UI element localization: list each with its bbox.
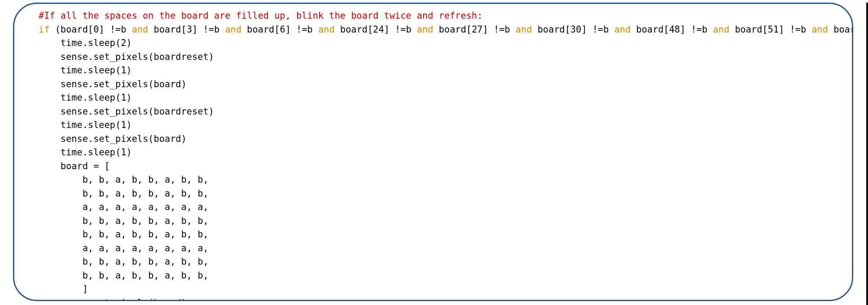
kw-and: and [812,24,828,35]
code-comment: #If all the spaces on the board are fill… [39,10,483,21]
code-line: b, b, a, b, b, a, b, b, [39,256,209,267]
kw-and: and [417,24,434,35]
code-text: board[ [532,24,571,35]
code-text: ] !=b [99,24,132,35]
code-text: ] !=b [384,24,417,35]
code-line: b, b, a, b, b, a, b, b, [39,229,209,239]
code-index: 6 [280,24,285,35]
code-text: ] !=b [680,24,713,35]
code-index: 48 [669,24,680,35]
kw-and: and [516,24,532,35]
code-text: board[ [148,24,187,35]
code-line: time.sleep(1) [39,147,132,157]
code-index: 51 [768,24,779,35]
code-text: ] !=b [779,24,812,35]
code-line: time.sleep(2) [39,38,132,48]
kw-and: and [614,24,631,35]
code-text: board[ [828,24,853,35]
code-index: 24 [373,24,384,35]
code-text: board[ [729,24,768,35]
code-index: 3 [186,24,192,35]
page-container: #If all the spaces on the board are fill… [0,3,868,305]
kw-and: and [225,24,241,35]
code-index: 27 [472,24,483,35]
code-frame: #If all the spaces on the board are fill… [13,3,853,301]
code-line: time.sleep(1) [39,65,132,75]
code-text: ] !=b [192,24,225,35]
code-line: sense.set_pixels(board) [39,79,186,89]
code-index: 0 [93,24,99,35]
kw-and: and [318,24,335,35]
code-block: #If all the spaces on the board are fill… [39,9,828,301]
kw-and: and [713,24,729,35]
code-line: sense.set_pixels(board) [39,134,186,144]
code-line: ] [39,284,88,294]
code-line: sense.set_pixels(boardreset) [39,52,214,62]
code-text: board[ [241,24,280,35]
code-line: sense.set_pixels(board) [39,298,186,302]
code-line: time.sleep(1) [39,120,132,130]
code-text: board[ [335,24,373,35]
kw-and: and [132,24,148,35]
code-text: board[ [631,24,669,35]
code-text: board[ [433,24,472,35]
code-line: b, b, a, b, b, a, b, b, [39,174,209,185]
code-line: b, b, a, b, b, a, b, b, [39,188,209,199]
code-index: 30 [571,24,581,35]
code-line: a, a, a, a, a, a, a, a, [39,243,209,253]
code-text: (board[ [49,24,93,35]
kw-if: if [39,24,49,35]
code-text: ] !=b [483,24,516,35]
code-line: board = [ [39,161,110,171]
code-line: sense.set_pixels(boardreset) [39,106,214,117]
code-text: ] !=b [581,24,614,35]
code-line: b, b, a, b, b, a, b, b, [39,270,209,281]
code-line: a, a, a, a, a, a, a, a, [39,202,209,212]
code-text: ] !=b [285,24,318,35]
code-line: time.sleep(1) [39,92,132,103]
code-line: b, b, a, b, b, a, b, b, [39,216,209,226]
